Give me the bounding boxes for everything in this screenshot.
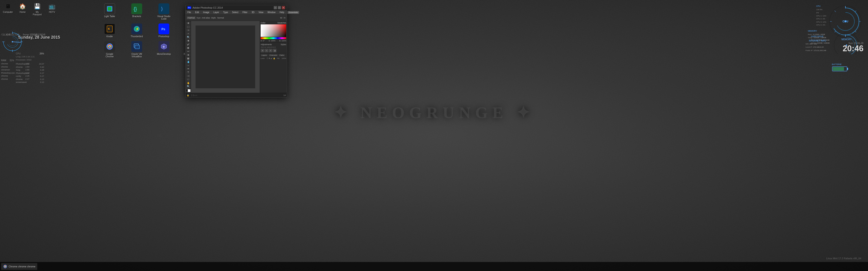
ps-menu-layer[interactable]: Layer: [213, 11, 220, 13]
photoshop-icon: Ps: [158, 24, 169, 34]
ps-type-tool[interactable]: T: [186, 71, 191, 74]
ps-color-selector[interactable]: [186, 89, 191, 92]
neogrunge-title: ✦ NEOGRUNGE ✦: [334, 103, 534, 122]
ps-title-text: Adobe Photoshop CC 2014: [193, 6, 223, 9]
ps-path-tool[interactable]: ◁: [186, 74, 191, 77]
ps-select-tool[interactable]: ⬚: [186, 25, 191, 29]
ps-crop-tool[interactable]: ⌗: [186, 32, 191, 35]
ps-minimize-button[interactable]: ─: [274, 6, 277, 9]
app-icon-monodevelop[interactable]: ◈ MonoDevelop: [156, 41, 172, 58]
ps-essential-badge: Essentials: [287, 11, 299, 14]
ps-adj-brightness[interactable]: ☀: [260, 49, 264, 53]
svg-text:K: K: [108, 27, 110, 31]
ps-hand-tool[interactable]: ✋: [186, 81, 191, 84]
rmon-cpu-text: CPU 128.5% 0% CPU 1: 13% CPU 2: 3% CPU 3…: [816, 4, 826, 27]
virtualbox-icon: [131, 41, 142, 52]
os-info-text: Linux Mint 17.2 Rafaela x86_64: [826, 257, 861, 260]
ps-adj-huesat[interactable]: ◑: [273, 49, 276, 53]
sidebar-item-mypassport[interactable]: 💾 My Passport: [31, 1, 44, 17]
ps-lasso-tool[interactable]: ⊃: [186, 29, 191, 32]
app-icon-brackets[interactable]: {} Brackets: [129, 3, 145, 20]
list-item: chrome2.26: [1, 74, 29, 78]
ram-label: RAM: [1, 59, 6, 62]
sidebar-item-computer[interactable]: 🖥 Computer: [1, 1, 15, 17]
svg-line-39: [12, 42, 21, 42]
brackets-label: Brackets: [132, 15, 141, 18]
lighttable-label: Light Table: [104, 15, 115, 18]
computer-label: Computer: [3, 11, 13, 13]
ps-right-panel: Color Swatches H: 0°S: 100%B: 100%: [260, 21, 287, 93]
ps-dodge-tool[interactable]: ○: [186, 64, 191, 67]
ps-adj-curves[interactable]: ∿: [265, 49, 268, 53]
ps-maximize-button[interactable]: □: [278, 6, 281, 9]
ps-tool-options: FlatPad: [187, 16, 195, 19]
ps-swatches-label: Swatches: [277, 22, 286, 24]
svg-line-46: [855, 11, 856, 12]
mypassport-icon: 💾: [33, 2, 41, 10]
ps-menu-filter[interactable]: Filter: [242, 11, 248, 13]
app-icon-thunderbird[interactable]: ⚡ Thunderbird: [129, 24, 145, 38]
app-icon-kindle[interactable]: K Kindle: [102, 24, 118, 38]
ps-toolbar: FlatPad 9 px Anti-alias Style: Normal W:…: [186, 15, 287, 21]
lock-pos-icon[interactable]: ✙: [269, 57, 270, 60]
ornament-left: ❧: [156, 130, 164, 141]
ps-move-tool[interactable]: ✥: [186, 22, 191, 25]
ps-menu-window[interactable]: Window: [267, 11, 276, 13]
taskbar-item-chrome[interactable]: Chrome chrome chrome: [1, 263, 37, 270]
ps-shape-tool[interactable]: □: [186, 78, 191, 81]
ps-zoom-tool[interactable]: 🔍: [186, 85, 191, 88]
ps-pen-tool[interactable]: ✒: [186, 67, 191, 70]
ps-menu-file[interactable]: File: [187, 11, 192, 13]
ps-menu-select[interactable]: Select: [231, 11, 239, 13]
ps-close-button[interactable]: ✕: [282, 6, 285, 9]
sidebar-item-home[interactable]: 🏠 Home: [16, 1, 29, 17]
mypassport-label: My Passport: [32, 11, 43, 16]
ps-gradient-tool[interactable]: ▦: [186, 57, 191, 60]
ps-hardness-label: Anti-alias: [202, 17, 210, 19]
ps-menu-type[interactable]: Type: [222, 11, 229, 13]
app-icon-chrome[interactable]: Google Chrome: [102, 41, 118, 58]
ps-menu-view[interactable]: View: [258, 11, 264, 13]
ps-layers-panel: Layers Channels Paths Lock: ☐ ✙ 🖌 🔒: [260, 53, 287, 93]
ps-brush-tool[interactable]: 🖌: [186, 43, 191, 46]
ps-eraser-tool[interactable]: ◈: [186, 53, 191, 57]
lock-all-icon[interactable]: 🔒: [273, 57, 275, 60]
svg-text:◈: ◈: [162, 45, 165, 48]
ps-clone-tool[interactable]: ◉: [186, 46, 191, 49]
ps-menu-help[interactable]: Help: [279, 11, 285, 13]
svg-rect-23: [135, 45, 140, 49]
svg-rect-59: [847, 68, 848, 70]
ps-main-area: ✥ ⬚ ⊃ ⌗ 🔍 ✚ 🖌 ◉ ↩ ◈ ▦ 💧 ○ ✒ T ◁ □ ✋ 🔍: [186, 21, 287, 93]
taskbar-chrome-label: Chrome chrome chrome: [8, 265, 35, 268]
ps-adj-levels[interactable]: ≡: [269, 49, 272, 53]
ps-menu-3d[interactable]: 3D: [251, 11, 255, 13]
ps-status-icons2: ⟩ ⟩ ⌂ ↕: [191, 94, 197, 96]
ps-blur-tool[interactable]: 💧: [186, 60, 191, 64]
lock-art-icon[interactable]: 🖌: [271, 57, 273, 60]
app-icon-vscode[interactable]: ⟩ Visual Studio Code: [156, 3, 172, 20]
ps-menu-image[interactable]: Image: [202, 11, 210, 13]
sidebar-item-hdtv[interactable]: 📺 HDTV: [45, 1, 59, 17]
app-icon-virtualbox[interactable]: Oracle VM VirtualBox: [129, 41, 145, 58]
ps-color-gradient[interactable]: [260, 24, 286, 37]
virtualbox-label: Oracle VM VirtualBox: [129, 53, 145, 58]
ps-tab-layers[interactable]: Layers: [260, 54, 268, 57]
app-icon-photoshop[interactable]: Ps Photoshop: [156, 24, 172, 38]
photoshop-label: Photoshop: [158, 35, 169, 38]
ps-style-label2: Styles: [281, 43, 286, 46]
ps-statusbar: 🔒 ⟩ ⟩ ⌂ ↕ 14: [186, 93, 287, 97]
os-info: Linux Mint 17.2 Rafaela x86_64: [826, 257, 861, 260]
ps-heal-tool[interactable]: ✚: [186, 39, 191, 42]
app-icon-lighttable[interactable]: Light Table: [102, 3, 118, 20]
clock-right-time: 20:46: [843, 44, 864, 53]
ps-hue-bar[interactable]: [260, 37, 286, 39]
lock-check-icon[interactable]: ☐: [267, 57, 268, 60]
ps-tab-paths[interactable]: Paths: [279, 54, 285, 57]
list-item: chrome2.17: [1, 78, 29, 81]
ps-eyedrop-tool[interactable]: 🔍: [186, 36, 191, 39]
ps-tab-channels[interactable]: Channels: [269, 54, 278, 57]
battery-section: BATTERIE: [832, 63, 850, 73]
ps-history-tool[interactable]: ↩: [186, 50, 191, 53]
svg-line-52: [835, 11, 836, 12]
ps-menu-edit[interactable]: Edit: [194, 11, 199, 13]
